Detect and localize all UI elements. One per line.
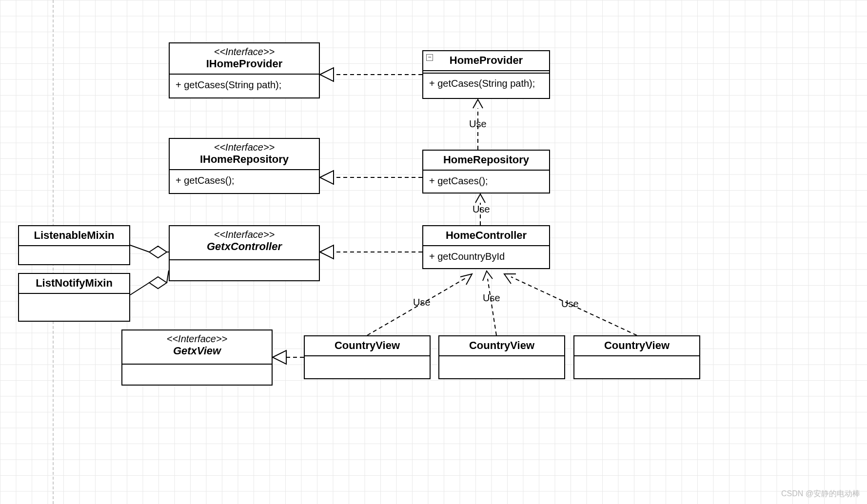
countryview2-title: CountryView bbox=[444, 339, 559, 351]
getxcontroller-title: GetxController bbox=[175, 240, 314, 252]
ihomeprovider-member: + getCases(String path); bbox=[170, 75, 319, 97]
getxcontroller-node[interactable]: <<Interface>> GetxController bbox=[169, 225, 320, 281]
getxview-head: <<Interface>> GetxView bbox=[122, 330, 272, 365]
ihomeprovider-stereo: <<Interface>> bbox=[175, 46, 314, 58]
use-label-5: Use bbox=[561, 298, 579, 310]
ihomerepository-member: + getCases(); bbox=[170, 170, 319, 193]
homeprovider-title: HomeProvider bbox=[428, 54, 544, 66]
homeprovider-node[interactable]: − HomeProvider + getCases(String path); bbox=[422, 50, 550, 99]
homerepository-node[interactable]: HomeRepository + getCases(); bbox=[422, 150, 550, 194]
ihomeprovider-title: IHomeProvider bbox=[175, 58, 314, 70]
listnotifymixin-head: ListNotifyMixin bbox=[19, 274, 129, 294]
homeprovider-head: − HomeProvider bbox=[423, 51, 549, 71]
countryview2-body bbox=[439, 356, 564, 378]
getxview-node[interactable]: <<Interface>> GetxView bbox=[121, 330, 273, 386]
collapse-icon[interactable]: − bbox=[426, 54, 433, 61]
countryview1-node[interactable]: CountryView bbox=[304, 335, 431, 379]
getxview-title: GetxView bbox=[127, 345, 267, 357]
listenablemixin-body bbox=[19, 246, 129, 264]
ihomerepository-stereo: <<Interface>> bbox=[175, 142, 314, 153]
countryview3-title: CountryView bbox=[579, 339, 694, 351]
homerepository-head: HomeRepository bbox=[423, 151, 549, 171]
use-label-4: Use bbox=[483, 292, 500, 304]
ihomerepository-node[interactable]: <<Interface>> IHomeRepository + getCases… bbox=[169, 138, 320, 194]
listnotifymixin-node[interactable]: ListNotifyMixin bbox=[18, 273, 130, 322]
homerepository-title: HomeRepository bbox=[428, 154, 544, 166]
countryview1-head: CountryView bbox=[305, 336, 430, 356]
homerepository-member: + getCases(); bbox=[423, 171, 549, 193]
homecontroller-member: + getCountryById bbox=[423, 246, 549, 268]
countryview2-node[interactable]: CountryView bbox=[438, 335, 565, 379]
listenablemixin-head: ListenableMixin bbox=[19, 226, 129, 246]
getxcontroller-head: <<Interface>> GetxController bbox=[170, 226, 319, 260]
getxview-body bbox=[122, 365, 272, 385]
countryview1-body bbox=[305, 356, 430, 378]
getxcontroller-stereo: <<Interface>> bbox=[175, 229, 314, 240]
countryview1-title: CountryView bbox=[310, 339, 425, 351]
ihomeprovider-node[interactable]: <<Interface>> IHomeProvider + getCases(S… bbox=[169, 42, 320, 98]
countryview2-head: CountryView bbox=[439, 336, 564, 356]
homeprovider-member: + getCases(String path); bbox=[423, 71, 549, 98]
listnotifymixin-title: ListNotifyMixin bbox=[24, 277, 124, 289]
countryview3-body bbox=[574, 356, 699, 378]
use-label-1: Use bbox=[469, 118, 487, 130]
homecontroller-head: HomeController bbox=[423, 226, 549, 246]
getxview-stereo: <<Interface>> bbox=[127, 333, 267, 345]
listenablemixin-title: ListenableMixin bbox=[24, 229, 124, 241]
listenablemixin-node[interactable]: ListenableMixin bbox=[18, 225, 130, 265]
countryview3-node[interactable]: CountryView bbox=[573, 335, 700, 379]
homecontroller-title: HomeController bbox=[428, 229, 544, 241]
listnotifymixin-body bbox=[19, 294, 129, 321]
ihomerepository-head: <<Interface>> IHomeRepository bbox=[170, 139, 319, 170]
ihomeprovider-head: <<Interface>> IHomeProvider bbox=[170, 43, 319, 75]
watermark: CSDN @安静的电动棒 bbox=[781, 489, 860, 499]
ihomerepository-title: IHomeRepository bbox=[175, 153, 314, 165]
getxcontroller-body bbox=[170, 260, 319, 280]
use-label-2: Use bbox=[473, 204, 490, 215]
use-label-3: Use bbox=[413, 297, 431, 308]
homecontroller-node[interactable]: HomeController + getCountryById bbox=[422, 225, 550, 269]
countryview3-head: CountryView bbox=[574, 336, 699, 356]
